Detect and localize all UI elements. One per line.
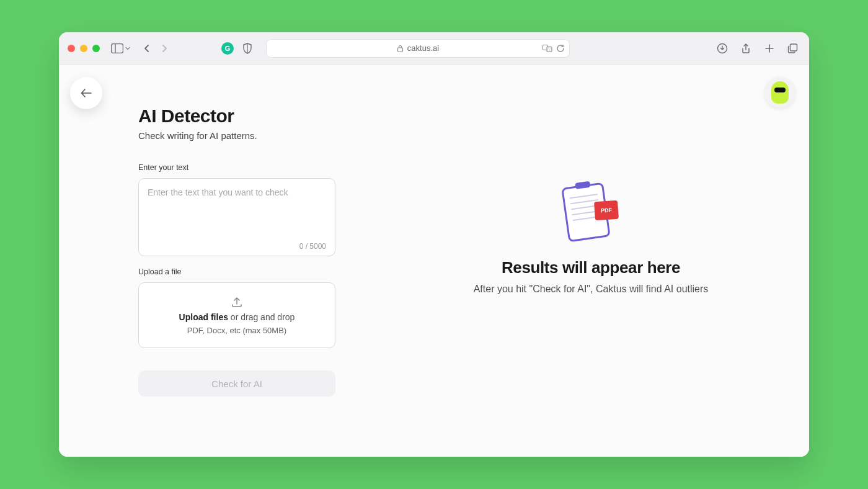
results-title: Results will appear here <box>502 258 680 277</box>
page-back-button[interactable] <box>70 77 102 109</box>
results-panel: PDF Results will appear here After you h… <box>373 124 809 397</box>
page-title: AI Detector <box>138 105 335 127</box>
svg-rect-5 <box>547 47 552 52</box>
upload-icon <box>231 296 243 308</box>
address-bar[interactable]: caktus.ai <box>266 39 570 58</box>
close-window-button[interactable] <box>68 45 75 52</box>
pdf-badge-icon: PDF <box>594 200 619 221</box>
page-subtitle: Check writing for AI patterns. <box>138 130 335 141</box>
arrow-left-icon <box>81 89 92 97</box>
upload-label: Upload a file <box>138 267 335 276</box>
nav-arrows <box>140 41 172 56</box>
results-subtitle: After you hit "Check for AI", Caktus wil… <box>474 284 709 295</box>
nav-back-button[interactable] <box>140 41 154 56</box>
share-button[interactable] <box>738 41 753 56</box>
upload-dropzone[interactable]: Upload files or drag and drop PDF, Docx,… <box>138 282 335 348</box>
page-content: AI Detector Check writing for AI pattern… <box>59 65 809 457</box>
translate-icon[interactable] <box>542 44 552 53</box>
svg-rect-3 <box>397 48 402 52</box>
browser-window: G caktus.ai <box>59 32 809 457</box>
downloads-button[interactable] <box>715 41 730 56</box>
text-input-container: 0 / 5000 <box>138 178 335 256</box>
shield-icon[interactable] <box>240 41 255 56</box>
upload-hint: PDF, Docx, etc (max 50MB) <box>187 326 286 335</box>
new-tab-button[interactable] <box>762 41 777 56</box>
maximize-window-button[interactable] <box>92 45 100 52</box>
tabs-overview-button[interactable] <box>786 41 800 56</box>
upload-cta: Upload files or drag and drop <box>179 312 295 322</box>
reload-icon[interactable] <box>556 44 565 53</box>
minimize-window-button[interactable] <box>80 45 87 52</box>
profile-avatar[interactable] <box>764 77 795 108</box>
grammarly-extension-icon[interactable]: G <box>221 42 234 55</box>
cactus-avatar-icon <box>771 81 789 104</box>
input-panel: AI Detector Check writing for AI pattern… <box>138 105 335 397</box>
text-input-label: Enter your text <box>138 163 335 172</box>
sidebar-toggle-button[interactable] <box>111 43 131 53</box>
svg-rect-0 <box>112 43 123 53</box>
svg-rect-7 <box>790 44 797 51</box>
chevron-down-icon <box>125 45 131 52</box>
nav-forward-button[interactable] <box>157 41 172 56</box>
char-count: 0 / 5000 <box>148 242 326 251</box>
lock-icon <box>397 45 404 52</box>
clipboard-illustration: PDF <box>560 180 622 242</box>
window-controls <box>68 45 100 52</box>
url-host: caktus.ai <box>407 43 439 53</box>
text-input[interactable] <box>148 187 326 242</box>
browser-chrome: G caktus.ai <box>59 32 809 65</box>
check-for-ai-button[interactable]: Check for AI <box>138 370 335 397</box>
